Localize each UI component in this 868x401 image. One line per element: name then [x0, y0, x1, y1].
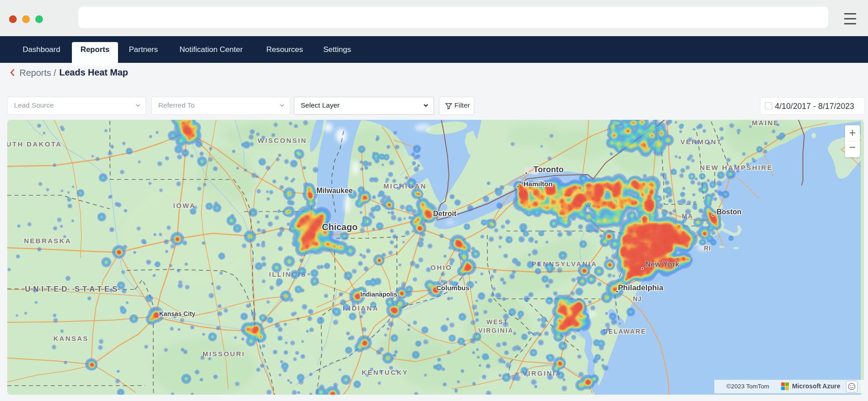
svg-text:Boston: Boston [717, 208, 741, 216]
svg-text:Detroit: Detroit [433, 210, 457, 217]
svg-text:Hamilton: Hamilton [524, 180, 552, 188]
svg-text:Toronto: Toronto [533, 165, 564, 174]
svg-text:New York: New York [645, 260, 679, 269]
svg-text:Philadelphia: Philadelphia [618, 283, 664, 292]
svg-text:Columbus: Columbus [436, 284, 469, 292]
svg-text:Chicago: Chicago [322, 222, 358, 232]
svg-text:Milwaukee: Milwaukee [316, 187, 353, 194]
svg-text:Kansas City: Kansas City [159, 310, 195, 317]
svg-text:Indianapolis: Indianapolis [360, 291, 397, 298]
